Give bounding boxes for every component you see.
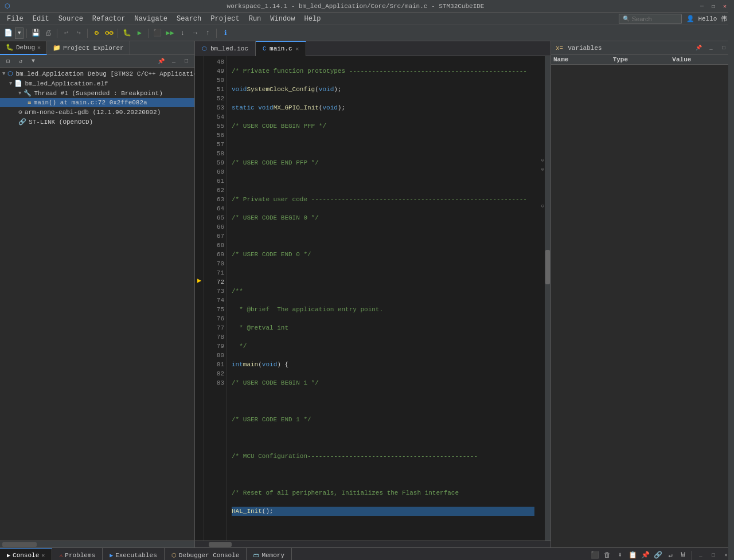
- menu-source[interactable]: Source: [54, 14, 88, 24]
- console-max-btn[interactable]: □: [708, 550, 719, 561]
- code-line-70: [232, 470, 534, 479]
- code-content[interactable]: /* Private function prototypes ---------…: [227, 56, 539, 541]
- debug-tab-close[interactable]: ✕: [37, 44, 41, 51]
- tree-item-2[interactable]: ▼ 🔧 Thread #1 (Suspended : Breakpoint): [0, 88, 194, 98]
- vars-pin-btn[interactable]: 📌: [693, 42, 704, 54]
- ln-71: 71: [206, 268, 224, 277]
- variables-header: x= Variables 📌 _ □: [551, 41, 734, 55]
- maximize-panel-button[interactable]: □: [181, 56, 192, 67]
- fold-55[interactable]: ⊖: [541, 157, 544, 163]
- gutter-72-exec: ▶: [195, 276, 204, 285]
- console-scroll-btn[interactable]: ⬇: [614, 550, 626, 561]
- ln-75: 75: [206, 305, 224, 314]
- step-return-button[interactable]: ↑: [202, 28, 213, 39]
- new-dropdown[interactable]: ▼: [15, 28, 24, 39]
- print-button[interactable]: 🖨: [42, 28, 54, 39]
- gutter-81: [195, 359, 204, 368]
- console-clear-btn[interactable]: 🗑: [602, 550, 613, 561]
- menu-navigate[interactable]: Navigate: [130, 14, 172, 24]
- minimize-button[interactable]: —: [697, 2, 706, 11]
- run-button[interactable]: ▶: [134, 28, 145, 39]
- gutter: ▶: [195, 56, 204, 541]
- code-vscroll[interactable]: [545, 56, 550, 541]
- ln-70: 70: [206, 259, 224, 268]
- minimize-panel-button[interactable]: _: [168, 56, 179, 67]
- search-input[interactable]: [632, 15, 678, 22]
- gutter-67: [195, 230, 204, 240]
- app-icon: ⬡: [5, 2, 10, 10]
- tree-settings-button[interactable]: ▼: [28, 56, 39, 67]
- console-link-btn[interactable]: 🔗: [652, 550, 663, 561]
- console-copy-btn[interactable]: 📋: [627, 550, 638, 561]
- menu-window[interactable]: Window: [266, 14, 299, 24]
- save-button[interactable]: 💾: [30, 28, 41, 39]
- tree-item-0[interactable]: ▼ ⬡ bm_led_Application Debug [STM32 C/C+…: [0, 69, 194, 79]
- debug-button[interactable]: 🐛: [121, 28, 132, 39]
- hscroll-thumb[interactable]: [209, 542, 232, 547]
- ln-81: 81: [206, 360, 224, 369]
- tab-ioc[interactable]: ⬡ bm_led.ioc: [195, 41, 256, 56]
- tab-project-explorer[interactable]: 📁 Project Explorer: [47, 41, 130, 55]
- gutter-58: [195, 148, 204, 157]
- editor-tabs: ⬡ bm_led.ioc C main.c ✕: [195, 41, 550, 56]
- code-hscroll[interactable]: [195, 541, 550, 547]
- tab-problems[interactable]: ⚠ Problems: [52, 548, 103, 561]
- debug-tab-label: Debug: [16, 44, 35, 51]
- tree-refresh-button[interactable]: ↺: [15, 56, 26, 67]
- maximize-button[interactable]: ☐: [709, 2, 718, 11]
- help-button[interactable]: ℹ: [220, 28, 231, 39]
- gutter-70: [195, 258, 204, 267]
- ln-77: 77: [206, 323, 224, 332]
- gdb-icon: ⚙: [18, 108, 22, 116]
- scroll-thumb[interactable]: [545, 250, 550, 284]
- tab-main-c[interactable]: C main.c ✕: [256, 41, 306, 56]
- fold-60[interactable]: ⊖: [541, 166, 544, 173]
- code-line-72: HAL_Init();: [232, 507, 534, 516]
- step-over-button[interactable]: →: [189, 28, 201, 39]
- gutter-76: [195, 313, 204, 322]
- step-into-button[interactable]: ↓: [177, 28, 188, 39]
- pin-button[interactable]: 📌: [155, 56, 167, 67]
- menu-edit[interactable]: Edit: [28, 14, 54, 24]
- vars-min-btn[interactable]: _: [705, 42, 717, 54]
- resume-button[interactable]: ▶▶: [164, 28, 175, 39]
- tab-executables[interactable]: ▶ Executables: [103, 548, 165, 561]
- stop-button[interactable]: ⬛: [151, 28, 163, 39]
- vars-max-btn[interactable]: □: [718, 42, 729, 54]
- tab-debug[interactable]: 🐛 Debug ✕: [0, 41, 47, 55]
- console-word-btn[interactable]: W: [677, 550, 689, 561]
- menu-project[interactable]: Project: [206, 14, 244, 24]
- menu-search[interactable]: Search: [172, 14, 206, 24]
- build-button[interactable]: ⚙: [91, 28, 102, 39]
- undo-button[interactable]: ↩: [60, 28, 72, 39]
- console-tab-close[interactable]: ✕: [41, 552, 45, 559]
- tab-debugger-console[interactable]: ⬡ Debugger Console: [165, 548, 247, 561]
- console-min-btn[interactable]: _: [695, 550, 706, 561]
- tree-collapse-button[interactable]: ⊟: [2, 56, 14, 67]
- console-paste-btn[interactable]: 📌: [639, 550, 651, 561]
- new-file-button[interactable]: 📄: [2, 28, 14, 39]
- ln-52: 52: [206, 94, 224, 103]
- stlink-icon: 🔗: [18, 118, 26, 126]
- tree-item-1[interactable]: ▼ 📄 bm_led_Application.elf: [0, 79, 194, 88]
- tree-item-5[interactable]: 🔗 ST-LINK (OpenOCD): [0, 117, 194, 127]
- redo-button[interactable]: ↪: [73, 28, 84, 39]
- right-panel-scrollbar[interactable]: [728, 0, 734, 560]
- menu-file[interactable]: File: [2, 14, 28, 24]
- ioc-tab-label: bm_led.ioc: [210, 45, 248, 52]
- tree-item-4[interactable]: ⚙ arm-none-eabi-gdb (12.1.90.20220802): [0, 107, 194, 117]
- tab-console[interactable]: ▶ Console ✕: [0, 548, 52, 561]
- tree-item-3[interactable]: ≡ main() at main.c:72 0x2ffe082a: [0, 98, 194, 107]
- gutter-77: [195, 322, 204, 331]
- main-c-tab-close[interactable]: ✕: [296, 46, 299, 52]
- build-all-button[interactable]: ⚙⚙: [103, 28, 115, 39]
- console-wrap-btn[interactable]: ↵: [665, 550, 676, 561]
- menu-run[interactable]: Run: [244, 14, 266, 24]
- menu-help[interactable]: Help: [300, 14, 326, 24]
- toolbar-sep-3: [87, 29, 88, 38]
- ln-54: 54: [206, 112, 224, 122]
- fold-64[interactable]: ⊖: [541, 203, 544, 209]
- menu-refactor[interactable]: Refactor: [88, 14, 130, 24]
- tab-memory[interactable]: 🗃 Memory: [247, 548, 292, 561]
- console-stop-btn[interactable]: ⬛: [589, 550, 600, 561]
